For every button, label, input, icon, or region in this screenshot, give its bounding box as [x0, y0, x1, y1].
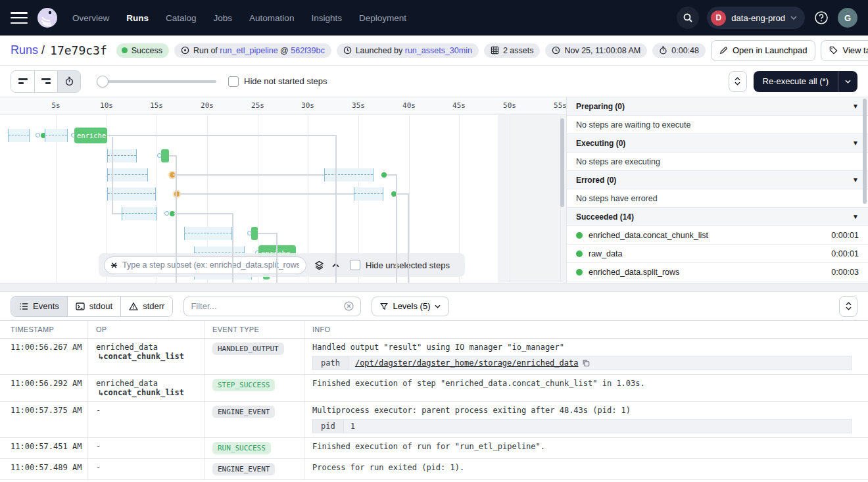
- step-list-item[interactable]: enriched_data.concat_chunk_list0:00:01: [567, 226, 868, 245]
- step-duration: 0:00:01: [831, 249, 859, 258]
- metadata-key: pid: [313, 420, 344, 433]
- tab-events[interactable]: Events: [11, 297, 67, 316]
- event-timestamp: 11:00:56.267 AM: [0, 339, 87, 374]
- panel-splitter-handle[interactable]: [0, 283, 868, 292]
- nav-item-jobs[interactable]: Jobs: [214, 13, 233, 23]
- tab-stdout[interactable]: stdout: [67, 297, 120, 316]
- clock-icon: [343, 46, 352, 55]
- step-success-dot[interactable]: [381, 172, 387, 178]
- post-run-shade: [498, 115, 566, 283]
- step-waiting-box[interactable]: [8, 129, 30, 142]
- event-op: -: [87, 402, 204, 437]
- nav-item-runs[interactable]: Runs: [126, 13, 149, 23]
- breadcrumb: Runs /: [11, 43, 45, 57]
- section-header[interactable]: Errored (0)▼: [567, 171, 868, 189]
- event-log-row[interactable]: 11:00:57.489 AM-ENGINE_EVENTProcess for …: [0, 459, 868, 480]
- gantt-zoom-slider[interactable]: [98, 80, 216, 83]
- timed-view-button[interactable]: [57, 71, 80, 92]
- success-dot-icon: [122, 47, 128, 53]
- axis-tick-label: 5s: [51, 101, 60, 110]
- terminal-icon: [76, 302, 85, 311]
- section-header[interactable]: Preparing (0)▼: [567, 97, 868, 116]
- run-tag-text: Run of run_etl_pipeline @ 562f39bc: [193, 46, 325, 55]
- workspace-switcher[interactable]: D data-eng-prod: [707, 7, 805, 29]
- nav-item-catalog[interactable]: Catalog: [166, 13, 197, 23]
- step-success-bar[interactable]: [251, 227, 258, 240]
- event-log-row[interactable]: 11:00:56.267 AMenriched_data↳concat_chun…: [0, 339, 868, 375]
- user-avatar[interactable]: G: [838, 8, 857, 28]
- step-success-bar[interactable]: enriche.: [74, 128, 107, 143]
- step-success-bar[interactable]: [161, 149, 169, 162]
- event-info: Handled output "result" using IO manager…: [304, 339, 868, 374]
- step-list-item[interactable]: raw_data0:00:01: [567, 245, 868, 263]
- tag-link[interactable]: run_assets_30min: [405, 46, 472, 55]
- log-filter-input[interactable]: [191, 301, 339, 311]
- nav-item-automation[interactable]: Automation: [249, 13, 294, 23]
- clear-filter-icon[interactable]: [344, 301, 354, 311]
- levels-filter-button[interactable]: Levels (5): [372, 297, 449, 316]
- hide-not-started-checkbox[interactable]: Hide not started steps: [228, 76, 327, 87]
- run-tags: Run of run_etl_pipeline @ 562f39bcLaunch…: [174, 43, 706, 58]
- nav-item-deployment[interactable]: Deployment: [359, 13, 406, 23]
- dependency-line: [232, 213, 233, 283]
- nav-item-insights[interactable]: Insights: [311, 13, 342, 23]
- reexecute-all-button[interactable]: Re-execute all (*): [754, 71, 857, 92]
- section-header[interactable]: Executing (0)▼: [567, 134, 868, 153]
- hide-unselected-checkbox[interactable]: Hide unselected steps: [350, 260, 450, 270]
- event-log-row[interactable]: 11:00:57.375 AM-ENGINE_EVENTMultiprocess…: [0, 402, 868, 438]
- steps-panel-scrollbar[interactable]: [863, 99, 867, 204]
- section-header[interactable]: Succeeded (14)▼: [567, 208, 868, 226]
- event-log-row[interactable]: 11:00:56.292 AMenriched_data↳concat_chun…: [0, 375, 868, 402]
- event-metadata: pid1: [312, 419, 852, 433]
- run-tag[interactable]: Launched by run_assets_30min: [337, 43, 479, 58]
- run-tag[interactable]: 0:00:48: [652, 43, 706, 58]
- gantt-scrollbar[interactable]: [560, 118, 564, 207]
- checkbox-icon[interactable]: [350, 260, 360, 270]
- open-in-launchpad-button[interactable]: Open in Launchpad: [711, 40, 815, 61]
- tag-icon: [829, 46, 838, 55]
- step-waiting-box[interactable]: [354, 187, 383, 201]
- dependency-line: [107, 135, 335, 136]
- expand-collapse-log-button[interactable]: [839, 296, 857, 317]
- tab-stderr[interactable]: stderr: [120, 297, 172, 316]
- help-icon[interactable]: [813, 9, 830, 26]
- layers-icon[interactable]: [314, 260, 324, 270]
- step-subset-input[interactable]: [122, 260, 299, 270]
- run-tag[interactable]: 2 assets: [484, 43, 541, 58]
- grid-icon: [491, 46, 499, 55]
- event-timestamp: 11:00:56.292 AM: [0, 375, 87, 401]
- search-icon[interactable]: [677, 7, 699, 29]
- step-waiting-box[interactable]: [184, 227, 232, 240]
- step-waiting-box[interactable]: [107, 187, 156, 201]
- expand-collapse-panel-button[interactable]: [729, 71, 747, 92]
- step-waiting-box[interactable]: [324, 168, 374, 181]
- event-log-table: TIMESTAMPOPEVENT TYPEINFO 11:00:56.267 A…: [0, 320, 868, 480]
- run-tag[interactable]: Nov 25, 11:00:08 AM: [545, 43, 647, 58]
- flatten-left-view-button[interactable]: [11, 71, 34, 92]
- tag-link[interactable]: 562f39bc: [291, 46, 324, 55]
- step-waiting-box[interactable]: [122, 207, 157, 220]
- dagster-logo-icon[interactable]: [37, 7, 58, 28]
- dependency-line: [173, 174, 324, 176]
- step-list-item[interactable]: enriched_data.process_chunk [1]0:00:04: [567, 281, 868, 283]
- step-waiting-box[interactable]: [107, 168, 148, 181]
- nav-item-overview[interactable]: Overview: [72, 13, 109, 23]
- breadcrumb-runs-link[interactable]: Runs: [11, 43, 38, 57]
- copy-icon[interactable]: [582, 359, 590, 367]
- step-waiting-box[interactable]: [45, 129, 68, 142]
- gantt-chart[interactable]: 5s10s15s20s25s30s35s40s45s50s55s enriche…: [0, 97, 566, 283]
- checkbox-icon[interactable]: [228, 76, 239, 87]
- column-header: INFO: [304, 321, 868, 338]
- step-list-item[interactable]: enriched_data.split_rows0:00:03: [567, 263, 868, 281]
- target-icon: [181, 46, 189, 55]
- reexecute-dropdown-caret[interactable]: [838, 71, 857, 92]
- view-tags-config-button[interactable]: View tags and config: [821, 40, 868, 61]
- pencil-icon: [719, 46, 728, 55]
- metadata-path-link[interactable]: /opt/dagster/dagster_home/storage/enrich…: [355, 358, 579, 368]
- flatten-right-view-button[interactable]: [34, 71, 57, 92]
- menu-icon[interactable]: [11, 12, 28, 24]
- slider-knob[interactable]: [97, 76, 108, 87]
- event-log-row[interactable]: 11:00:57.451 AM-RUN_SUCCESSFinished exec…: [0, 438, 868, 459]
- tag-link[interactable]: run_etl_pipeline: [220, 46, 277, 55]
- run-tag[interactable]: Run of run_etl_pipeline @ 562f39bc: [174, 43, 331, 58]
